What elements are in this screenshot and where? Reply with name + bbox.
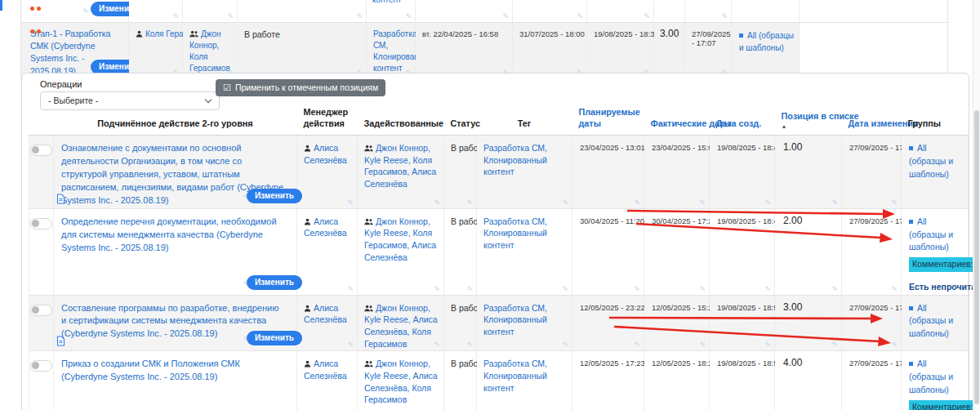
group-link[interactable]: All (образцы и шаблоны) <box>909 216 953 252</box>
person-icon <box>304 360 311 368</box>
action-title-link[interactable]: Определение перечня документации, необхо… <box>55 210 296 255</box>
row-tag-cell: Разработка СМ, Клонированный контент ✎ <box>477 208 572 295</box>
unread-comments-label[interactable]: Есть непрочитанные <box>909 281 964 294</box>
edit-pencil-icon[interactable]: ✎ <box>831 286 838 293</box>
row-involved-cell: Джон Коннор, Kyle Reese, Коля Герасимов,… <box>358 208 444 295</box>
involved-link[interactable]: Джон Коннор, Kyle Reese, Коля Герасимов,… <box>364 143 436 189</box>
row-toggle[interactable] <box>30 145 52 156</box>
row-position-cell: 4.00 ✎ <box>775 351 842 410</box>
edit-pencil-icon[interactable]: ✎ <box>891 341 898 349</box>
tag-link[interactable]: Разработка СМ, Клонированный контент <box>478 352 571 394</box>
group-bullet-icon <box>909 362 913 366</box>
edit-pencil-icon[interactable]: ✎ <box>634 199 640 207</box>
tag-link[interactable]: контент <box>372 0 402 4</box>
tag-link[interactable]: Разработка СМ, Клонированный контент <box>478 296 571 338</box>
table-row: Приказ о создании СМК и Положения СМК (C… <box>29 351 969 410</box>
header-planned[interactable]: Планируемые даты <box>572 106 644 136</box>
planned-date: 30/04/2025 - 11:20 <box>573 210 643 225</box>
edit-pencil-icon[interactable]: ✎ <box>356 13 363 20</box>
edit-button[interactable]: Изменить <box>247 189 302 203</box>
edit-pencil-icon[interactable]: ✎ <box>434 286 440 293</box>
row-actual-cell: 23/04/2025 - 15:03 ✎ <box>644 136 710 209</box>
edit-pencil-icon[interactable]: ✎ <box>831 341 838 349</box>
tag-link[interactable]: Разработка СМ, Клонированный контент <box>368 24 414 74</box>
edit-pencil-icon[interactable]: ✎ <box>831 199 838 207</box>
edit-button[interactable]: Изменить <box>247 331 302 345</box>
tag-link[interactable]: Разработка СМ, Клонированный контент <box>478 136 571 178</box>
document-icon[interactable] <box>56 194 65 204</box>
edit-pencil-icon[interactable]: ✎ <box>699 341 706 349</box>
actual-date: 12/05/2025 - 18:25 <box>645 352 708 368</box>
people-icon <box>364 145 373 152</box>
edit-pencil-icon[interactable]: ✎ <box>466 341 473 349</box>
group-link[interactable]: All (образцы и шаблоны) <box>909 359 953 394</box>
edit-pencil-icon[interactable]: ✎ <box>891 199 898 207</box>
header-sub-action: Подчинённое действие 2-го уровня <box>54 106 297 136</box>
edit-pencil-icon[interactable]: ✎ <box>891 286 898 293</box>
header-actual[interactable]: Фактические даты <box>644 106 710 136</box>
involved-link[interactable]: Джон Коннор, Kyle Reese, Коля Герасимов,… <box>364 216 436 262</box>
edit-pencil-icon[interactable]: ✎ <box>562 286 568 293</box>
parent-partial-row: ✎ Изменить ✎ ✎ ✎ контент ✎ ✎ ✎ ✎ ✎ <box>21 0 948 23</box>
edit-pencil-icon[interactable]: ✎ <box>434 199 440 207</box>
table-header-row: Подчинённое действие 2-го уровня Менедже… <box>29 106 969 136</box>
edit-pencil-icon[interactable]: ✎ <box>764 199 771 207</box>
row-toggle-cell <box>29 295 54 351</box>
edit-pencil-icon[interactable]: ✎ <box>721 13 728 20</box>
row-toggle[interactable] <box>30 218 52 230</box>
edit-pencil-icon[interactable]: ✎ <box>434 341 440 349</box>
comments-count-badge[interactable]: Комментариев:2 <box>909 257 980 272</box>
edit-pencil-icon[interactable]: ✎ <box>347 286 354 293</box>
header-position[interactable]: Позиция в списке ▲ <box>775 106 842 136</box>
apply-to-marked-button[interactable]: ☑Применить к отмеченным позициям <box>216 79 385 96</box>
group-bullet-icon <box>909 306 913 310</box>
tag-link[interactable]: Разработка СМ, Клонированный контент <box>478 210 571 252</box>
comments-count-badge[interactable]: Комментариев:2 <box>909 400 980 410</box>
people-icon <box>364 360 373 368</box>
action-title-link[interactable]: Приказ о создании СМК и Положения СМК (C… <box>55 352 296 384</box>
edit-pencil-icon[interactable]: ✎ <box>502 13 509 20</box>
row-involved-cell: Джон Коннор, Kyle Reese, Алиса Селезнёва… <box>358 351 444 410</box>
group-link[interactable]: All (образцы и шаблоны) <box>739 31 794 52</box>
person-icon <box>304 145 311 152</box>
involved-link[interactable]: Джон Коннор, Kyle Reese, Алиса Селезнёва… <box>364 303 438 349</box>
edit-pencil-icon[interactable]: ✎ <box>634 341 640 349</box>
involved-link[interactable]: Джон Коннор, Kyle Reese, Алиса Селезнёва… <box>364 359 438 404</box>
header-created[interactable]: Дата созд. <box>710 106 775 136</box>
group-link[interactable]: All (образцы и шаблоны) <box>909 303 953 339</box>
header-toggle <box>29 106 54 136</box>
edit-pencil-icon[interactable]: ✎ <box>764 286 771 293</box>
edit-pencil-icon[interactable]: ✎ <box>562 341 568 349</box>
row-status-cell: В работе ✎ <box>444 351 477 410</box>
edit-pencil-icon[interactable]: ✎ <box>577 13 583 20</box>
edit-pencil-icon[interactable]: ✎ <box>699 286 706 293</box>
edit-pencil-icon[interactable]: ✎ <box>644 13 650 20</box>
modified-date: 27/09/2025 - 17:08 <box>843 296 900 312</box>
edit-pencil-icon[interactable]: ✎ <box>347 341 354 349</box>
table-row: Ознакомление с документами по основной д… <box>29 136 969 209</box>
scrollbar-thumb[interactable] <box>974 110 979 404</box>
edit-pencil-icon[interactable]: ✎ <box>227 13 234 20</box>
document-icon[interactable] <box>56 336 65 346</box>
edit-pencil-icon[interactable]: ✎ <box>562 199 568 207</box>
drag-dots-icon[interactable] <box>30 29 43 71</box>
row-toggle[interactable] <box>30 360 52 372</box>
group-link[interactable]: All (образцы и шаблоны) <box>909 143 953 179</box>
edit-pencil-icon[interactable]: ✎ <box>764 341 771 349</box>
row-toggle[interactable] <box>30 305 52 316</box>
edit-pencil-icon[interactable]: ✎ <box>172 13 179 20</box>
edit-pencil-icon[interactable]: ✎ <box>405 13 412 20</box>
row-created-cell: 19/08/2025 - 18:51 ✎ <box>710 351 775 410</box>
row-title-cell: Ознакомление с документами по основной д… <box>54 136 297 209</box>
edit-pencil-icon[interactable]: ✎ <box>634 286 640 293</box>
group-bullet-icon <box>739 33 743 38</box>
drag-dots-icon[interactable] <box>30 7 43 11</box>
edit-pencil-icon[interactable]: ✎ <box>466 286 473 293</box>
edit-button[interactable]: Изменить <box>247 275 302 290</box>
created-date: 19/08/2025 - 18:35 <box>588 24 653 38</box>
edit-pencil-icon[interactable]: ✎ <box>82 8 89 16</box>
row-planned-cell: 12/05/2025 - 17:23 ✎ <box>572 351 644 410</box>
edit-pencil-icon[interactable]: ✎ <box>347 199 354 207</box>
edit-pencil-icon[interactable]: ✎ <box>699 199 706 207</box>
edit-pencil-icon[interactable]: ✎ <box>466 199 473 207</box>
